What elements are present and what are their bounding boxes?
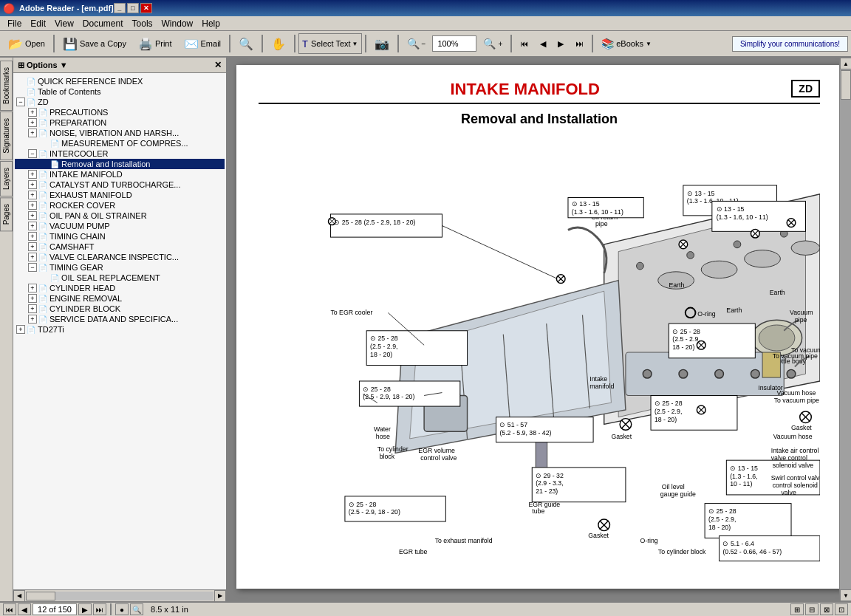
last-page-button[interactable]: ⏭ [570, 33, 589, 54]
tree-item-cylhead[interactable]: +📄CYLINDER HEAD [15, 283, 225, 293]
tree-item-preparation[interactable]: +📄PREPARATION [15, 117, 225, 128]
tree-item-intake[interactable]: +📄INTAKE MANIFOLD [15, 169, 225, 179]
zoom-out-button[interactable]: 🔍 − [402, 33, 431, 54]
tree-toggle-vacuum[interactable]: + [28, 222, 37, 230]
zoom-in-button[interactable]: 🔍 + [478, 33, 507, 54]
tree-item-exhaust[interactable]: +📄EXHAUST MANIFOLD [15, 190, 225, 200]
svg-text:Oil level: Oil level [662, 483, 685, 490]
scroll-down-btn[interactable]: ▼ [840, 589, 851, 601]
ebooks-button[interactable]: 📚 eBooks ▼ [596, 33, 657, 54]
scroll-up-btn[interactable]: ▲ [840, 58, 851, 69]
status-last-page[interactable]: ⏭ [93, 603, 106, 615]
zoom-value[interactable]: 100% [437, 39, 458, 48]
sep8 [592, 35, 593, 52]
tree-toggle-intercooler[interactable]: − [28, 149, 37, 158]
tree-item-oilpan[interactable]: +📄OIL PAN & OIL STRAINER [15, 211, 225, 221]
tree-item-removal[interactable]: 📄Removal and Installation [15, 159, 225, 169]
minimize-btn[interactable]: _ [114, 3, 126, 13]
next-page-button[interactable]: ▶ [553, 33, 569, 54]
bookmarks-tab[interactable]: Bookmarks [0, 61, 13, 111]
tree-item-vacuum[interactable]: +📄VACUUM PUMP [15, 221, 225, 231]
prev-page-button[interactable]: ◀ [535, 33, 551, 54]
status-view3-btn[interactable]: ⊠ [820, 603, 833, 615]
status-zoom-out-btn[interactable]: 🔍 [130, 603, 143, 615]
status-prev-page[interactable]: ◀ [18, 603, 31, 615]
tree-toggle-preparation[interactable]: + [28, 118, 37, 127]
tree-toggle-cylblock[interactable]: + [28, 304, 37, 313]
tree-toggle-servicedata[interactable]: + [28, 315, 37, 324]
tree-item-catalyst[interactable]: +📄CATALYST AND TURBOCHARGE... [15, 179, 225, 190]
layers-tab[interactable]: Layers [0, 161, 13, 196]
status-next-page[interactable]: ▶ [78, 603, 92, 615]
save-copy-button[interactable]: 💾 Save a Copy [58, 33, 131, 54]
menu-tools[interactable]: Tools [128, 17, 157, 30]
tree-toggle-camshaft[interactable]: + [28, 242, 37, 251]
restore-btn[interactable]: □ [127, 3, 139, 13]
signatures-tab[interactable]: Signatures [0, 112, 13, 160]
tree-item-cylblock[interactable]: +📄CYLINDER BLOCK [15, 304, 225, 314]
ad-banner[interactable]: Simplify your communications! [732, 36, 848, 52]
scroll-track[interactable] [840, 69, 851, 589]
scroll-right-btn[interactable]: ▶ [214, 590, 226, 602]
tree-toggle-zd[interactable]: − [16, 97, 25, 106]
tree-item-timing[interactable]: +📄TIMING CHAIN [15, 231, 225, 242]
snapshot-button[interactable]: 📷 [369, 33, 394, 54]
menu-view[interactable]: View [50, 17, 78, 30]
scroll-track[interactable] [26, 592, 213, 600]
svg-text:To cylinder block: To cylinder block [658, 548, 706, 555]
status-view1-btn[interactable]: ⊞ [790, 603, 804, 615]
tree-item-zd[interactable]: −📄ZD [15, 97, 225, 107]
menu-document[interactable]: Document [78, 17, 128, 30]
menu-edit[interactable]: Edit [26, 17, 50, 30]
status-page-display[interactable]: 12 of 150 [33, 603, 77, 615]
tree-toggle-oilpan[interactable]: + [28, 211, 37, 220]
pages-tab[interactable]: Pages [0, 197, 13, 231]
open-button[interactable]: 📂 Open [3, 33, 50, 54]
tree-toggle-timinggear[interactable]: − [28, 263, 37, 272]
scroll-left-btn[interactable]: ◀ [13, 590, 25, 602]
scroll-thumb[interactable] [26, 592, 55, 600]
status-fit-btn[interactable]: ● [115, 603, 129, 615]
tree-toggle-timing[interactable]: + [28, 232, 37, 241]
print-button[interactable]: 🖨️ Print [133, 33, 177, 54]
nav-panel-close[interactable]: ✕ [214, 60, 222, 70]
tree-item-rocker[interactable]: +📄ROCKER COVER [15, 200, 225, 211]
pdf-scroll-area[interactable]: INTAKE MANIFOLD ZD Removal and Installat… [228, 58, 851, 601]
menu-help[interactable]: Help [197, 17, 225, 30]
email-button[interactable]: ✉️ Email [179, 33, 227, 54]
tree-item-engremoval[interactable]: +📄ENGINE REMOVAL [15, 293, 225, 304]
tree-item-valve[interactable]: +📄VALVE CLEARANCE INSPECTIC... [15, 252, 225, 262]
status-view4-btn[interactable]: ⊡ [835, 603, 848, 615]
tree-item-camshaft[interactable]: +📄CAMSHAFT [15, 242, 225, 252]
tree-toggle-rocker[interactable]: + [28, 201, 37, 210]
pan-button[interactable]: ✋ [266, 33, 291, 54]
menu-window[interactable]: Window [157, 17, 198, 30]
tree-toggle-cylhead[interactable]: + [28, 284, 37, 292]
tree-toggle-valve[interactable]: + [28, 253, 37, 261]
tree-item-timinggear[interactable]: −📄TIMING GEAR [15, 262, 225, 273]
tree-toggle-intake[interactable]: + [28, 170, 37, 179]
first-page-button[interactable]: ⏮ [515, 33, 533, 54]
tree-item-quick-ref[interactable]: 📄QUICK REFERENCE INDEX [15, 76, 225, 86]
tree-toggle-td27ti[interactable]: + [16, 325, 25, 334]
tree-item-servicedata[interactable]: +📄SERVICE DATA AND SPECIFICA... [15, 314, 225, 324]
tree-toggle-precautions[interactable]: + [28, 108, 37, 117]
tree-item-toc[interactable]: 📄Table of Contents [15, 86, 225, 97]
tree-item-oilseal[interactable]: 📄OIL SEAL REPLACEMENT [15, 273, 225, 283]
tree-item-compression[interactable]: 📄MEASUREMENT OF COMPRES... [15, 138, 225, 148]
tree-item-td27ti[interactable]: +📄TD27Ti [15, 324, 225, 335]
status-view2-btn[interactable]: ⊟ [805, 603, 818, 615]
close-btn[interactable]: ✕ [140, 3, 152, 13]
menu-file[interactable]: File [3, 17, 26, 30]
tree-toggle-exhaust[interactable]: + [28, 191, 37, 199]
scroll-thumb[interactable] [841, 70, 851, 100]
tree-toggle-catalyst[interactable]: + [28, 180, 37, 189]
tree-item-intercooler[interactable]: −📄INTERCOOLER [15, 148, 225, 159]
select-text-button[interactable]: T Select Text ▼ [298, 33, 361, 54]
tree-item-precautions[interactable]: +📄PRECAUTIONS [15, 107, 225, 117]
tree-toggle-engremoval[interactable]: + [28, 294, 37, 303]
tree-item-nvh[interactable]: +📄NOISE, VIBRATION AND HARSH... [15, 128, 225, 138]
tree-toggle-nvh[interactable]: + [28, 129, 37, 137]
search-button[interactable]: 🔍 [233, 33, 259, 54]
status-first-page[interactable]: ⏮ [3, 603, 16, 615]
